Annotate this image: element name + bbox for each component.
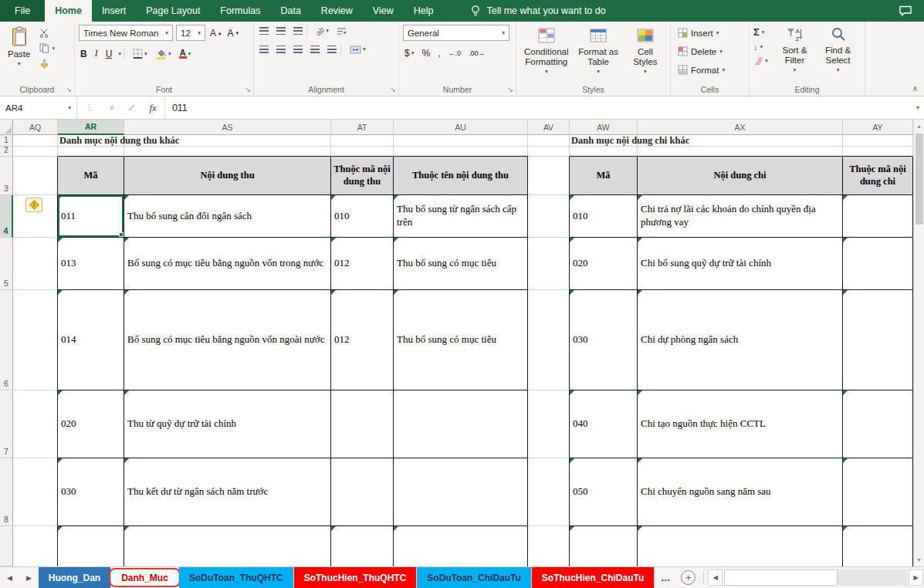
cell-ay5[interactable] — [843, 238, 913, 290]
cell-aw9[interactable] — [570, 526, 638, 566]
cell-ax7[interactable]: Chi tạo nguồn thực hiện CCTL — [638, 390, 843, 458]
row-header-6[interactable]: 6 — [0, 290, 13, 390]
vertical-scrollbar[interactable]: ▲ ▼ — [913, 120, 924, 566]
cancel-button[interactable]: × — [109, 102, 115, 113]
column-header-at[interactable]: AT — [331, 120, 394, 135]
cell-aq9[interactable] — [13, 526, 58, 566]
fill-button[interactable]: ↓▾ — [753, 42, 768, 52]
borders-button[interactable]: ▾ — [131, 48, 149, 59]
sheet-nav-right-button[interactable]: ▶ — [19, 567, 39, 588]
cell-aq1[interactable] — [13, 135, 58, 147]
cell-ay3[interactable]: Thuộc mã nội dung chi — [843, 157, 913, 195]
cell-at8[interactable] — [331, 458, 394, 526]
cell-aq3[interactable] — [13, 157, 58, 195]
vertical-scroll-thumb[interactable] — [916, 133, 923, 225]
column-header-as[interactable]: AS — [124, 120, 331, 135]
tab-page-layout[interactable]: Page Layout — [136, 0, 210, 22]
sheet-tab-huong-dan[interactable]: Huong_Dan — [39, 567, 111, 588]
sheet-tab-sodutoan-thuqhtc[interactable]: SoDuToan_ThuQHTC — [179, 567, 294, 588]
cut-button[interactable] — [39, 29, 55, 38]
format-as-table-button[interactable]: Format as Table ▾ — [573, 25, 624, 76]
cell-ax9[interactable] — [638, 526, 843, 566]
row-header-2[interactable]: 2 — [0, 147, 13, 157]
cell-ax3[interactable]: Nội dung chi — [638, 157, 843, 195]
cell-ay1[interactable] — [843, 135, 913, 147]
tab-home[interactable]: Home — [45, 0, 92, 22]
cell-ar5[interactable]: 013 — [58, 238, 124, 290]
row-header-1[interactable]: 1 — [0, 135, 13, 147]
align-left-button[interactable] — [258, 45, 270, 54]
cell-aw8[interactable]: 050 — [570, 458, 638, 526]
cell-at7[interactable] — [331, 390, 394, 458]
increase-decimal-button[interactable]: ←.0 — [446, 49, 462, 58]
find-select-button[interactable]: Find & Select ▾ — [815, 25, 861, 75]
font-color-button[interactable]: A▾ — [178, 48, 193, 59]
dialog-launcher-icon[interactable]: ↘ — [507, 86, 513, 93]
tab-view[interactable]: View — [363, 0, 404, 22]
cell-aq8[interactable] — [13, 458, 58, 526]
cell-as5[interactable]: Bổ sung có mục tiêu bằng nguồn vốn trong… — [124, 238, 331, 290]
cell-aq4[interactable]: ! — [13, 195, 58, 238]
italic-button[interactable]: I — [93, 47, 100, 60]
tell-me-box[interactable]: Tell me what you want to do — [471, 0, 605, 22]
paste-button[interactable]: Paste ▾ — [4, 25, 34, 69]
cell-ax5[interactable]: Chi bổ sung quỹ dự trữ tài chính — [638, 238, 843, 290]
fill-color-button[interactable]: ▾ — [154, 48, 173, 60]
cell-as7[interactable]: Thu từ quỹ dự trữ tài chính — [124, 390, 331, 458]
insert-cells-button[interactable]: Insert▾ — [675, 25, 745, 41]
cell-aq6[interactable] — [13, 290, 58, 390]
number-format-combobox[interactable]: General▾ — [403, 25, 509, 41]
decrease-font-size-button[interactable]: A▾ — [226, 27, 241, 39]
cell-ay4[interactable] — [843, 195, 913, 238]
cell-ar8[interactable]: 030 — [58, 458, 124, 526]
cell-aw7[interactable]: 040 — [570, 390, 638, 458]
delete-cells-button[interactable]: Delete▾ — [675, 43, 745, 59]
cell-ax4[interactable]: Chi trả nợ lãi các khoản do chính quyền … — [638, 195, 843, 238]
insert-function-button[interactable]: fx — [150, 102, 157, 114]
column-header-au[interactable]: AU — [394, 120, 528, 135]
cell-ax6[interactable]: Chi dự phòng ngân sách — [638, 290, 843, 390]
cell-at9[interactable] — [331, 526, 394, 566]
cell-au6[interactable]: Thu bổ sung có mục tiêu — [394, 290, 528, 390]
comma-style-button[interactable]: , — [436, 47, 442, 59]
align-right-button[interactable] — [292, 45, 304, 54]
tab-data[interactable]: Data — [270, 0, 310, 22]
cell-au1[interactable] — [394, 135, 528, 147]
accounting-format-button[interactable]: $▾ — [403, 47, 415, 59]
tab-help[interactable]: Help — [404, 0, 444, 22]
font-size-combobox[interactable]: 12▾ — [176, 25, 205, 41]
column-header-aw[interactable]: AW — [570, 120, 638, 135]
cell-aw6[interactable]: 030 — [570, 290, 638, 390]
horizontal-scroll-thumb[interactable] — [724, 569, 838, 586]
tab-insert[interactable]: Insert — [92, 0, 136, 22]
font-name-combobox[interactable]: Times New Roman▾ — [79, 25, 173, 41]
underline-button[interactable]: U — [104, 48, 114, 60]
autosum-button[interactable]: Σ▾ — [753, 26, 768, 38]
conditional-formatting-button[interactable]: Conditional Formatting ▾ — [520, 25, 573, 76]
cell-au3[interactable]: Thuộc tên nội dung thu — [394, 157, 528, 195]
cell-au5[interactable]: Thu bổ sung có mục tiêu — [394, 238, 528, 290]
formula-bar-expand-button[interactable]: ▾ — [912, 96, 924, 119]
dialog-launcher-icon[interactable]: ↘ — [245, 86, 251, 93]
cell-ar1[interactable]: Danh mục nội dung thu khác — [58, 135, 124, 147]
cell-aq7[interactable] — [13, 390, 58, 458]
cell-at6[interactable]: 012 — [331, 290, 394, 390]
hscroll-left-button[interactable]: ◀ — [708, 569, 723, 586]
cell-au7[interactable] — [394, 390, 528, 458]
collapse-ribbon-button[interactable]: ∧ — [912, 84, 918, 93]
cell-ar9[interactable] — [58, 526, 124, 566]
cell-av6[interactable] — [528, 290, 570, 390]
cell-aq5[interactable] — [13, 238, 58, 290]
cell-av2[interactable] — [528, 147, 570, 157]
sheet-tab-sodutoan-chidautu[interactable]: SoDuToan_ChiDauTu — [417, 567, 532, 588]
tab-review[interactable]: Review — [311, 0, 363, 22]
cell-au4[interactable]: Thu bổ sung từ ngân sách cấp trên — [394, 195, 528, 238]
tab-file[interactable]: File — [0, 0, 45, 22]
cell-aw1[interactable]: Danh mục nội dung chi khác — [570, 135, 638, 147]
cell-ax2[interactable] — [638, 147, 843, 157]
new-sheet-button[interactable]: + — [681, 570, 696, 585]
cell-av1[interactable] — [528, 135, 570, 147]
orientation-button[interactable]: ab▾ — [314, 26, 330, 36]
cell-av5[interactable] — [528, 238, 570, 290]
bottom-align-button[interactable] — [292, 26, 304, 35]
